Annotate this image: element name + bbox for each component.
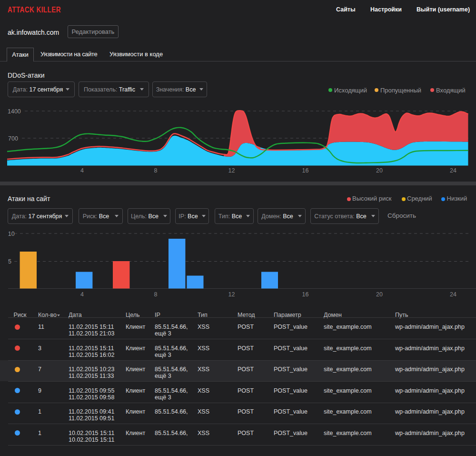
svg-text:5: 5: [8, 258, 11, 265]
svg-text:10: 10: [8, 231, 15, 237]
svg-text:12: 12: [228, 167, 235, 174]
svg-text:700: 700: [8, 135, 18, 142]
svg-text:20: 20: [376, 167, 383, 174]
svg-text:24: 24: [450, 291, 456, 298]
svg-text:1400: 1400: [8, 108, 21, 115]
svg-text:16: 16: [302, 291, 309, 298]
svg-text:20: 20: [376, 291, 383, 298]
svg-text:4: 4: [80, 167, 84, 174]
svg-text:8: 8: [154, 291, 158, 298]
svg-text:24: 24: [450, 167, 456, 174]
svg-text:12: 12: [228, 291, 235, 298]
svg-text:16: 16: [302, 167, 309, 174]
svg-text:4: 4: [80, 291, 84, 298]
svg-text:8: 8: [154, 167, 158, 174]
